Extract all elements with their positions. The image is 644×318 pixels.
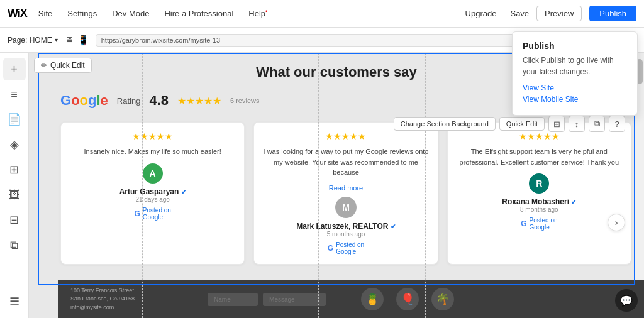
view-mobile-site-link[interactable]: View Mobile Site [523, 95, 627, 104]
pencil-icon: ✏ [41, 61, 47, 70]
top-nav: WiX Site Settings Dev Mode Hire a Profes… [0, 0, 644, 28]
url-bar[interactable]: https://garybroin.wixsite.com/mysite-13 [96, 34, 520, 47]
reviewer-2-time: 5 months ago [263, 231, 428, 238]
footer-message-input[interactable] [263, 293, 326, 306]
review-3-stars: ★★★★★ [457, 131, 622, 141]
read-more-link[interactable]: Read more [263, 184, 428, 192]
next-slide-button[interactable]: › [608, 214, 625, 231]
review-1-text: Insanely nice. Makes my life so much eas… [70, 146, 235, 157]
reviewer-1-avatar: A [143, 163, 163, 184]
sidebar-design-icon[interactable]: ◈ [3, 133, 26, 156]
sidebar-pages-icon[interactable]: 📄 [3, 108, 26, 131]
review-count: 6 reviews [230, 97, 259, 104]
posted-on-3: G Posted onGoogle [457, 217, 622, 231]
reviewer-3-avatar: R [529, 173, 549, 194]
change-section-bg-button[interactable]: Change Section Background [394, 117, 496, 131]
google-logo: Google [60, 92, 108, 109]
footer-address: 100 Terry Francois Street San Francisco,… [70, 287, 135, 312]
nav-settings[interactable]: Settings [64, 8, 101, 19]
reviewer-2-name: Mark Latuszek, REALTOR ✔ [263, 222, 428, 231]
view-site-link[interactable]: View Site [523, 84, 627, 92]
reviewer-1-time: 21 days ago [70, 196, 235, 203]
nav-help[interactable]: Help• [245, 7, 271, 19]
footer-icons: 🍍 🎈 🌴 [361, 288, 454, 310]
rating-score: 4.8 [149, 92, 169, 109]
review-1-stars: ★★★★★ [70, 131, 235, 141]
reviewer-2-photo: M [335, 197, 357, 218]
device-icons: 🖥 📱 [64, 35, 89, 46]
desktop-icon[interactable]: 🖥 [64, 35, 74, 45]
duplicate-icon-btn[interactable]: ⧉ [589, 116, 605, 132]
footer-form [208, 293, 326, 306]
quick-edit-button[interactable]: ✏ Quick Edit [34, 58, 92, 73]
help-icon-btn[interactable]: ? [609, 116, 625, 132]
sidebar-media-icon[interactable]: 🖼 [3, 184, 26, 206]
nav-hire-professional[interactable]: Hire a Professional [160, 8, 237, 19]
publish-tooltip: Publish Click Publish to go live with yo… [512, 31, 638, 116]
page-selector[interactable]: Page: HOME ▾ [8, 36, 58, 45]
footer-name-input[interactable] [208, 293, 258, 306]
sidebar-apps-icon[interactable]: ⊞ [3, 158, 26, 181]
posted-on-1: G Posted onGoogle [70, 207, 235, 221]
section-quick-edit-button[interactable]: Quick Edit [499, 117, 545, 131]
preview-button[interactable]: Preview [536, 6, 582, 21]
save-button[interactable]: Save [510, 9, 529, 18]
nav-site[interactable]: Site [35, 8, 56, 19]
page-label: Page: HOME [8, 36, 52, 45]
wix-logo: WiX [8, 7, 27, 20]
review-card-2: ★★★★★ I was looking for a way to put my … [253, 122, 438, 265]
mobile-icon[interactable]: 📱 [77, 35, 89, 46]
move-icon-btn[interactable]: ↕ [569, 116, 585, 132]
add-element-button[interactable]: + [3, 58, 26, 80]
chevron-down-icon: ▾ [55, 36, 58, 43]
sidebar-blog-icon[interactable]: ≡ [3, 83, 26, 106]
nav-devmode[interactable]: Dev Mode [108, 8, 153, 19]
rating-label: Rating [117, 96, 141, 106]
posted-on-2: G Posted onGoogle [263, 241, 428, 255]
footer-icon-balloon: 🎈 [396, 288, 419, 310]
review-card-1: ★★★★★ Insanely nice. Makes my life so mu… [60, 122, 245, 265]
tooltip-title: Publish [523, 41, 627, 51]
review-2-stars: ★★★★★ [263, 131, 428, 141]
reviewer-1-name: Artur Gasparyan ✔ [70, 187, 235, 196]
sidebar-bottom-icon[interactable]: ☰ [3, 290, 26, 313]
review-card-3: ★★★★★ The Elfsight support team is very … [447, 122, 631, 265]
upgrade-button[interactable]: Upgrade [465, 9, 497, 18]
section-toolbar: Change Section Background Quick Edit ⊞ ↕… [394, 116, 625, 132]
reviewer-3-name: Roxana Mobasheri ✔ [457, 197, 622, 206]
footer-icon-palm: 🌴 [431, 288, 454, 310]
grid-layout-icon-btn[interactable]: ⊞ [548, 116, 565, 132]
footer-area: 100 Terry Francois Street San Francisco,… [58, 280, 644, 318]
review-2-text: I was looking for a way to put my Google… [263, 146, 428, 178]
rating-stars: ★★★★★ [177, 95, 221, 107]
verified-1-icon: ✔ [181, 189, 186, 195]
reviews-grid: ★★★★★ Insanely nice. Makes my life so mu… [29, 116, 644, 271]
tooltip-description: Click Publish to go live with your lates… [523, 55, 627, 77]
sidebar-grid-icon[interactable]: ⊟ [3, 209, 26, 231]
review-3-text: The Elfsight support team is very helpfu… [457, 146, 622, 167]
sidebar-layers-icon[interactable]: ⧉ [3, 234, 26, 256]
quick-edit-label: Quick Edit [50, 61, 85, 70]
left-sidebar: + ≡ 📄 ◈ ⊞ 🖼 ⊟ ⧉ ☰ [0, 53, 29, 318]
reviewer-3-time: 8 months ago [457, 206, 622, 213]
verified-3-icon: ✔ [571, 199, 576, 206]
footer-icon-pineapple: 🍍 [361, 288, 384, 310]
chat-bubble-button[interactable]: 💬 [615, 289, 638, 312]
verified-2-icon: ✔ [391, 223, 396, 230]
publish-button[interactable]: Publish [589, 6, 636, 21]
